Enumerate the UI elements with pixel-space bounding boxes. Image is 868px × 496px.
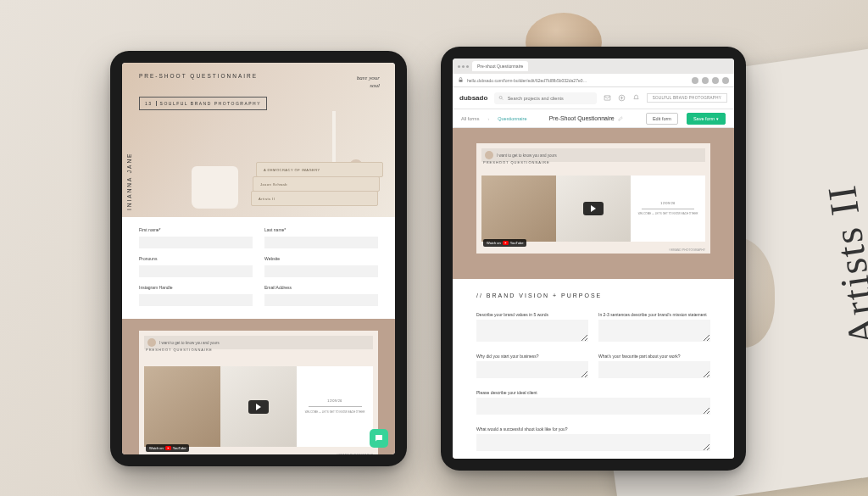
lock-icon bbox=[458, 77, 464, 83]
window-controls[interactable] bbox=[458, 65, 469, 68]
svg-point-1 bbox=[499, 96, 502, 98]
bell-icon[interactable] bbox=[632, 94, 640, 102]
crumb-all-forms[interactable]: All forms bbox=[461, 116, 479, 121]
svg-rect-2 bbox=[604, 96, 610, 100]
video-footer: ©BRAND PHOTOGRAPHY bbox=[669, 248, 705, 252]
video-tag: PRESHOOT QUESTIONNAIRE bbox=[483, 160, 550, 164]
edit-form-button[interactable]: Edit form bbox=[646, 113, 678, 125]
video-title: I want to get to know you and yours bbox=[497, 153, 702, 158]
section-brand-vision: // BRAND VISION + PURPOSE Describe your … bbox=[453, 279, 734, 459]
tab-label: Pre-shoot Questionnaire bbox=[477, 64, 523, 69]
avatar bbox=[147, 338, 156, 347]
screen-right: Pre-shoot Questionnaire hello.dubsado.co… bbox=[453, 59, 734, 459]
input-website[interactable] bbox=[264, 265, 378, 277]
q3-input[interactable] bbox=[476, 361, 588, 378]
play-button[interactable] bbox=[583, 202, 604, 215]
browser-tab[interactable]: Pre-shoot Questionnaire bbox=[472, 61, 528, 71]
q4-input[interactable] bbox=[598, 361, 710, 378]
video-card: I want to get to know you and yours PRES… bbox=[139, 331, 378, 454]
video-thumb-1 bbox=[144, 366, 220, 447]
section-heading: // BRAND VISION + PURPOSE bbox=[476, 293, 710, 298]
brand-logo[interactable]: dubsado bbox=[459, 94, 487, 102]
label-pronouns: Pronouns bbox=[139, 256, 253, 261]
mug bbox=[192, 166, 238, 209]
input-email[interactable] bbox=[264, 294, 378, 306]
avatar bbox=[485, 151, 493, 159]
input-pronouns[interactable] bbox=[139, 265, 253, 277]
chat-widget[interactable] bbox=[370, 429, 388, 448]
extension-icon[interactable] bbox=[692, 77, 698, 84]
app-topbar: dubsado SOULFUL BRAND PHOTOGRAPHY bbox=[453, 87, 734, 109]
candle bbox=[332, 111, 336, 166]
hero-scene: A DEMOCRACY OF IMAGERY Jason Schwab Arti… bbox=[200, 103, 395, 217]
q4-label: What's your favourite part about your wo… bbox=[598, 354, 710, 359]
hero-vertical-label: INIANNA JANE bbox=[126, 153, 132, 210]
watch-label: Watch on bbox=[487, 241, 501, 245]
youtube-icon bbox=[503, 241, 509, 245]
video-thumb-2 bbox=[556, 176, 631, 242]
screen-left: PRE-SHOOT QUESTIONNAIRE 13 SOULFUL BRAND… bbox=[122, 63, 395, 454]
tablet-left: PRE-SHOOT QUESTIONNAIRE 13 SOULFUL BRAND… bbox=[110, 51, 407, 466]
q6-input[interactable] bbox=[476, 434, 710, 451]
book-spine: A DEMOCRACY OF IMAGERY bbox=[264, 168, 320, 172]
q5-label: Please describe your ideal client bbox=[476, 390, 710, 395]
book-stack: A DEMOCRACY OF IMAGERY Jason Schwab Arti… bbox=[251, 162, 378, 209]
input-instagram[interactable] bbox=[139, 294, 253, 306]
label-instagram: Instagram Handle bbox=[139, 285, 253, 290]
youtube-icon bbox=[165, 446, 171, 450]
video-section: I want to get to know you and yours PRES… bbox=[122, 319, 395, 454]
profile-avatar-icon[interactable] bbox=[722, 77, 729, 84]
play-button[interactable] bbox=[248, 400, 269, 414]
crumb-questionnaire[interactable]: Questionnaire bbox=[498, 116, 526, 121]
search-wrap[interactable] bbox=[494, 92, 596, 104]
builder-bar: All forms › Questionnaire Pre-Shoot Ques… bbox=[453, 109, 734, 128]
play-icon bbox=[256, 404, 261, 410]
yt-label: YouTube bbox=[510, 241, 524, 245]
input-last-name[interactable] bbox=[264, 237, 378, 248]
address-bar[interactable]: hello.dubsado.com/form-builder/edit/62ed… bbox=[453, 74, 734, 87]
mail-icon[interactable] bbox=[604, 94, 611, 102]
label-last-name: Last name* bbox=[264, 227, 378, 232]
watch-label: Watch on bbox=[149, 446, 164, 450]
chat-icon bbox=[374, 433, 384, 443]
video-thumb-text: 12/09/26 WELCOME — LET'S GET TO KNOW EAC… bbox=[631, 176, 705, 242]
q1-label: Describe your brand values in 5 words bbox=[476, 312, 588, 317]
video-caption: WELCOME — LET'S GET TO KNOW EACH OTHER bbox=[635, 212, 702, 215]
video-footer: ©BRAND PHOTOGRAPHY bbox=[337, 454, 373, 454]
save-form-button[interactable]: Save form▾ bbox=[687, 113, 726, 125]
video-title: I want to get to know you and yours bbox=[159, 341, 370, 345]
form-canvas: I want to get to know you and yours PRES… bbox=[453, 128, 734, 459]
brand-name-box: SOULFUL BRAND PHOTOGRAPHY bbox=[647, 93, 727, 103]
search-input[interactable] bbox=[508, 96, 593, 101]
yt-label: YouTube bbox=[173, 446, 186, 450]
q5-input[interactable] bbox=[476, 398, 710, 415]
extension-icon[interactable] bbox=[712, 77, 719, 84]
video-date: 12/09/26 bbox=[327, 399, 342, 403]
url-text: hello.dubsado.com/form-builder/edit/62ed… bbox=[467, 78, 688, 83]
bg-book-spine: Artists II bbox=[818, 181, 868, 349]
hero-banner: PRE-SHOOT QUESTIONNAIRE 13 SOULFUL BRAND… bbox=[122, 63, 395, 217]
book-spine: Artists II bbox=[259, 197, 275, 201]
q1-input[interactable] bbox=[476, 320, 588, 342]
search-icon bbox=[498, 95, 504, 101]
form-title: Pre-Shoot Questionnaire bbox=[535, 115, 637, 121]
video-tag: PRESHOOT QUESTIONNAIRE bbox=[146, 348, 213, 352]
watch-on-youtube[interactable]: Watch on YouTube bbox=[483, 239, 526, 247]
form-section: First name* Last name* Pronouns Website … bbox=[122, 217, 395, 319]
input-first-name[interactable] bbox=[139, 237, 253, 248]
pencil-icon[interactable] bbox=[618, 115, 624, 121]
hero-title: PRE-SHOOT QUESTIONNAIRE bbox=[139, 73, 258, 79]
video-thumbs: 12/09/26 WELCOME — LET'S GET TO KNOW EAC… bbox=[144, 366, 373, 447]
video-card: I want to get to know you and yours PRES… bbox=[476, 143, 710, 254]
hero-tagline: bare your soul bbox=[349, 75, 380, 90]
extension-icon[interactable] bbox=[702, 77, 709, 84]
appbar-actions bbox=[604, 94, 640, 102]
add-icon[interactable] bbox=[618, 94, 626, 102]
q2-label: In 2-3 sentences describe your brand's m… bbox=[598, 312, 710, 317]
q6-label: What would a successful shoot look like … bbox=[476, 426, 710, 432]
book-spine: Jason Schwab bbox=[260, 182, 287, 187]
play-icon bbox=[591, 205, 596, 212]
q2-input[interactable] bbox=[598, 320, 710, 342]
label-email: Email Address bbox=[264, 285, 378, 290]
watch-on-youtube[interactable]: Watch on YouTube bbox=[146, 444, 189, 452]
